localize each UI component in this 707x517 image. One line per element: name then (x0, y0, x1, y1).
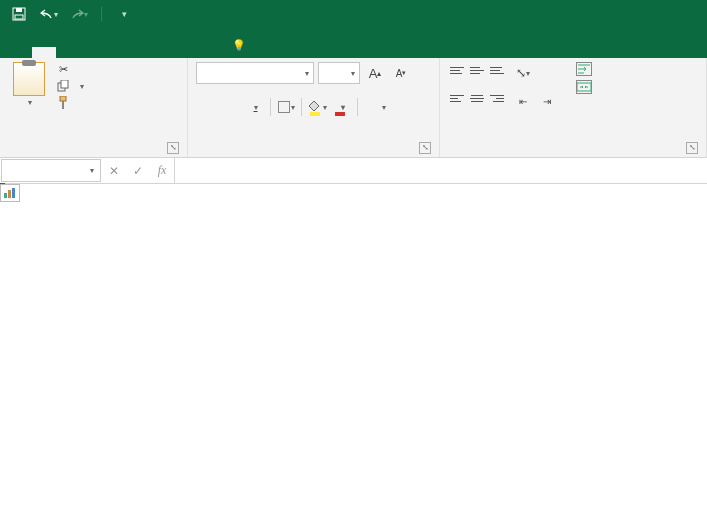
fill-color-button[interactable]: ▾ (306, 96, 329, 118)
shrink-font-button[interactable]: A▾ (390, 62, 412, 84)
enter-icon[interactable]: ✓ (126, 164, 150, 178)
indent-increase[interactable]: ⇥ (536, 90, 558, 112)
tab-page-layout[interactable] (80, 47, 104, 58)
font-name-select[interactable]: ▾ (196, 62, 314, 84)
save-icon[interactable] (6, 3, 32, 25)
indent-decrease[interactable]: ⇤ (512, 90, 534, 112)
brush-icon (56, 96, 70, 110)
align-left[interactable] (448, 90, 466, 106)
copy-button[interactable]: ▾ (56, 79, 84, 93)
tab-view[interactable] (176, 47, 200, 58)
svg-rect-9 (8, 190, 11, 198)
tab-data[interactable] (128, 47, 152, 58)
tab-file[interactable] (8, 47, 32, 58)
font-size-select[interactable]: ▾ (318, 62, 360, 84)
tab-insert[interactable] (56, 47, 80, 58)
bold-button[interactable] (196, 96, 218, 118)
fx-icon[interactable]: fx (150, 163, 174, 178)
svg-rect-8 (4, 193, 7, 198)
svg-rect-4 (61, 80, 68, 88)
align-right[interactable] (488, 90, 506, 106)
font-color-button[interactable]: ▾ (331, 96, 353, 118)
align-middle[interactable] (468, 62, 486, 78)
tab-formulas[interactable] (104, 47, 128, 58)
align-center[interactable] (468, 90, 486, 106)
ribbon-tabs: 💡 (0, 28, 707, 58)
wrap-icon (576, 62, 592, 76)
formula-input[interactable] (175, 158, 707, 183)
tab-developer[interactable] (200, 47, 224, 58)
formula-bar: ▾ ✕ ✓ fx (0, 158, 707, 184)
phonetic-button[interactable]: ▾ (362, 96, 388, 118)
cancel-icon[interactable]: ✕ (102, 164, 126, 178)
undo-icon[interactable]: ▾ (36, 3, 62, 25)
scissors-icon: ✂ (56, 62, 70, 76)
tell-me[interactable]: 💡 (224, 33, 258, 58)
svg-rect-5 (60, 96, 66, 101)
group-clipboard: ▾ ✂ ▾ ⤡ (0, 58, 188, 157)
merge-icon (576, 80, 592, 94)
format-painter-button[interactable] (56, 96, 84, 110)
font-launcher[interactable]: ⤡ (419, 142, 431, 154)
merge-center-button[interactable] (576, 80, 596, 94)
paste-icon[interactable] (13, 62, 45, 96)
group-alignment: ⤡▾ ⇤ ⇥ ⤡ (440, 58, 707, 157)
wrap-text-button[interactable] (576, 62, 596, 76)
tab-home[interactable] (32, 47, 56, 58)
copy-icon (56, 79, 70, 93)
ribbon: ▾ ✂ ▾ ⤡ ▾ ▾ A▴ A▾ ▾ ▾ (0, 58, 707, 158)
svg-rect-10 (12, 188, 15, 198)
tab-review[interactable] (152, 47, 176, 58)
cut-button[interactable]: ✂ (56, 62, 84, 76)
customize-qat-icon[interactable]: ▾ (112, 3, 138, 25)
clipboard-launcher[interactable]: ⤡ (167, 142, 179, 154)
name-box[interactable]: ▾ (1, 159, 101, 182)
redo-icon[interactable]: ▾ (66, 3, 92, 25)
quick-access-toolbar: ▾ ▾ │ ▾ (0, 0, 707, 28)
quick-analysis-icon[interactable] (0, 184, 20, 202)
orientation-button[interactable]: ⤡▾ (512, 62, 534, 84)
border-button[interactable]: ▾ (275, 96, 297, 118)
svg-rect-1 (16, 8, 22, 12)
align-top[interactable] (448, 62, 466, 78)
svg-rect-6 (62, 101, 64, 109)
grow-font-button[interactable]: A▴ (364, 62, 386, 84)
underline-button[interactable]: ▾ (244, 96, 266, 118)
svg-rect-2 (15, 15, 23, 19)
group-font: ▾ ▾ A▴ A▾ ▾ ▾ ▾ ▾ ▾ ⤡ (188, 58, 440, 157)
svg-rect-7 (577, 83, 591, 91)
align-bottom[interactable] (488, 62, 506, 78)
italic-button[interactable] (220, 96, 242, 118)
align-launcher[interactable]: ⤡ (686, 142, 698, 154)
bulb-icon: 💡 (232, 39, 246, 52)
